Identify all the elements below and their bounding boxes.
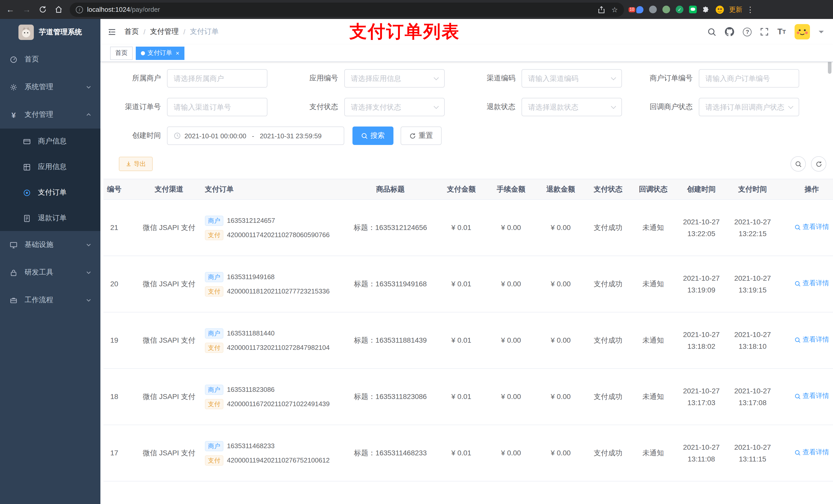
sidebar-item-pay[interactable]: ¥ 支付管理 (0, 101, 100, 128)
browser-forward-button[interactable]: → (23, 5, 31, 14)
channel-order-no-input[interactable] (174, 103, 253, 111)
view-detail-link[interactable]: 查看详情 (794, 222, 829, 233)
sidebar-fold-icon[interactable] (108, 27, 116, 36)
action-cell: 查看详情 (778, 312, 833, 368)
view-detail-link[interactable]: 查看详情 (794, 334, 829, 345)
fullscreen-icon[interactable] (761, 28, 769, 36)
merchant-filter-input[interactable] (174, 74, 253, 82)
pay-status-label: 支付状态 (288, 102, 344, 112)
chevron-down-icon (611, 104, 616, 109)
fee-amount-cell: ¥ 0.00 (486, 199, 536, 256)
order-row: 21微信 JSAPI 支付商户1635312124657支付4200001174… (103, 199, 833, 256)
pay-time-cell: 2021-10-2713:18:10 (727, 312, 778, 368)
search-icon[interactable] (708, 27, 716, 36)
refund-status-input[interactable] (528, 103, 607, 111)
extension-drop-icon[interactable] (636, 6, 643, 13)
sidebar-item-infra[interactable]: 基础设施 (0, 231, 100, 259)
fee-amount-cell: ¥ 0.00 (486, 312, 536, 368)
extension-chat-icon[interactable] (689, 6, 697, 13)
goods-title-cell: 标题：1635311881439 (344, 312, 436, 368)
app-filter-input[interactable] (351, 74, 430, 82)
bookmark-star-icon[interactable]: ☆ (612, 5, 618, 14)
search-button[interactable]: 搜索 (353, 126, 394, 145)
sidebar-item-devtools[interactable]: 研发工具 (0, 259, 100, 286)
breadcrumb-home[interactable]: 首页 (124, 27, 139, 37)
merchant-order-no-input[interactable] (706, 74, 784, 82)
tags-view-bar: 首页 支付订单 × (100, 45, 833, 62)
view-detail-link[interactable]: 查看详情 (794, 447, 829, 458)
app-filter-label: 应用编号 (288, 74, 344, 83)
extension-gray-icon[interactable] (649, 6, 657, 13)
sidebar-label: 支付管理 (25, 110, 53, 119)
github-icon[interactable] (725, 27, 734, 37)
chevron-down-icon (434, 104, 439, 109)
merchant-order-no-field[interactable] (699, 69, 799, 88)
sidebar-item-home[interactable]: 首页 (0, 46, 100, 73)
help-icon[interactable]: ? (743, 27, 752, 36)
sidebar-item-refund-order[interactable]: 退款订单 (0, 206, 100, 231)
view-detail-link[interactable]: 查看详情 (794, 391, 829, 402)
view-detail-link[interactable]: 查看详情 (794, 278, 829, 289)
column-header: 回调状态 (630, 179, 676, 199)
pay-status-select[interactable] (344, 98, 445, 116)
action-cell (778, 481, 833, 504)
notify-status-input[interactable] (706, 103, 784, 111)
user-avatar[interactable] (794, 24, 810, 40)
export-button[interactable]: 导出 (119, 157, 153, 171)
browser-update-button[interactable]: 更新 (729, 5, 742, 14)
notify-status-select[interactable] (699, 98, 799, 116)
channel-code-input[interactable] (528, 74, 607, 82)
create-time-label: 创建时间 (111, 131, 167, 140)
fee-amount-cell: ¥ 0.00 (486, 425, 536, 481)
tab-home[interactable]: 首页 (110, 46, 133, 60)
avatar-caret-icon[interactable] (819, 31, 824, 36)
refresh-icon (409, 133, 416, 139)
create-time-cell (676, 481, 727, 504)
sidebar-label: 退款订单 (38, 214, 67, 223)
address-bar[interactable]: i localhost:1024/pay/order ☆ (70, 2, 624, 17)
browser-refresh-button[interactable] (39, 6, 47, 13)
sidebar-item-pay-order[interactable]: 支付订单 (0, 180, 100, 206)
browser-home-button[interactable] (55, 6, 63, 13)
browser-back-button[interactable]: ← (6, 5, 14, 14)
channel-code-select[interactable] (522, 69, 622, 88)
column-header: 商品标题 (344, 179, 436, 199)
app-filter-select[interactable] (344, 69, 445, 88)
tab-pay-order[interactable]: 支付订单 × (136, 46, 185, 60)
channel-order-no-field[interactable] (167, 98, 267, 116)
fee-amount-cell: ¥ 0.00 (486, 368, 536, 425)
pay-status-input[interactable] (351, 103, 430, 111)
close-tab-icon[interactable]: × (176, 49, 179, 56)
extensions-puzzle-icon[interactable] (703, 6, 710, 13)
sidebar-item-system[interactable]: 系统管理 (0, 73, 100, 101)
font-size-icon[interactable]: TT (778, 28, 786, 36)
sidebar-item-workflow[interactable]: 工作流程 (0, 286, 100, 314)
toggle-search-button[interactable] (790, 156, 806, 172)
merchant-filter-field[interactable] (167, 69, 267, 88)
refresh-table-button[interactable] (811, 156, 826, 172)
create-time-cell: 2021-10-2713:18:02 (676, 312, 727, 368)
sidebar-item-app-info[interactable]: 应用信息 (0, 154, 100, 180)
pay-amount-cell (436, 481, 486, 504)
pay-order-no: 4200001174202110278060590766 (227, 232, 330, 238)
dashboard-icon (9, 55, 18, 63)
merchant-filter-label: 所属商户 (111, 74, 167, 83)
order-row: 16微信 JSAPI 支付商户1635311057726 (103, 481, 833, 504)
extension-green-icon[interactable]: ✓ (676, 6, 684, 13)
sidebar-label: 商户信息 (38, 137, 67, 146)
browser-menu-icon[interactable]: ⋮ (746, 5, 754, 14)
action-cell: 查看详情 (778, 199, 833, 256)
refund-amount-cell (536, 481, 586, 504)
browser-profile-avatar[interactable] (716, 5, 724, 14)
app-logo[interactable]: 芋道管理系统 (0, 19, 100, 46)
share-icon[interactable] (598, 6, 605, 13)
breadcrumb-pay[interactable]: 支付管理 (150, 27, 179, 37)
reset-button[interactable]: 重置 (401, 126, 442, 145)
refund-status-select[interactable] (522, 98, 622, 116)
extension-sage-icon[interactable] (662, 6, 670, 13)
yen-icon: ¥ (9, 111, 18, 119)
site-info-icon[interactable]: i (76, 6, 83, 13)
breadcrumb: 首页 / 支付管理 / 支付订单 (124, 27, 219, 37)
sidebar-item-merchant-info[interactable]: 商户信息 (0, 128, 100, 154)
create-time-range-picker[interactable]: 2021-10-01 00:00:00 - 2021-10-31 23:59:5… (167, 126, 344, 145)
